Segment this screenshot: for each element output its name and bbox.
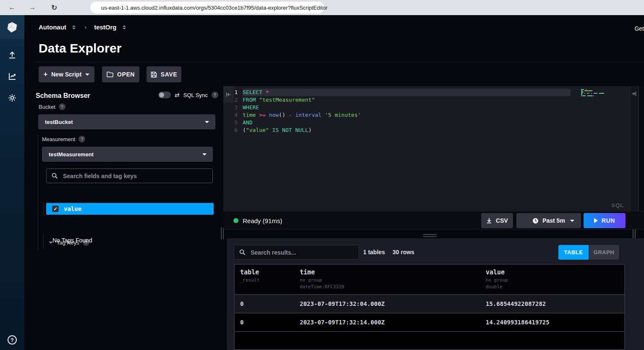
horizontal-splitter-handle[interactable] <box>423 234 437 237</box>
nav-sidebar: ? <box>0 15 24 350</box>
account-switcher[interactable]: Autonaut <box>39 24 66 31</box>
measurement-help-icon[interactable]: ? <box>79 136 85 142</box>
status-dot <box>233 218 238 223</box>
bucket-value: testBucket <box>45 119 73 125</box>
load-data-icon[interactable] <box>7 50 17 60</box>
schema-search-input[interactable] <box>63 173 212 179</box>
code-line[interactable]: 6("value" IS NOT NULL) <box>223 126 630 134</box>
title-divider <box>36 62 644 62</box>
column-header-time: timeno groupdateTime:RFC3339 <box>300 268 344 289</box>
table-cell: 0 <box>240 319 243 326</box>
results-table: table_resulttimeno groupdateTime:RFC3339… <box>234 264 625 350</box>
results-panel: 1 tables 30 rows TABLE GRAPH table_resul… <box>227 238 644 350</box>
results-table-header: table_resulttimeno groupdateTime:RFC3339… <box>235 265 624 295</box>
chevron-down-icon <box>570 220 574 222</box>
browser-forward-icon[interactable]: → <box>26 3 39 12</box>
status-text: Ready (91ms) <box>243 217 282 224</box>
collapse-right-icon[interactable] <box>631 90 636 98</box>
influxdb-logo[interactable] <box>0 15 24 39</box>
language-badge: SQL <box>611 202 624 208</box>
indent-guide <box>43 234 44 249</box>
code-line[interactable]: 5AND <box>223 119 630 126</box>
sync-arrows-icon: ⇄ <box>175 92 180 98</box>
breadcrumb-chevron-icon: › <box>85 24 86 30</box>
play-icon <box>594 218 598 223</box>
sql-sync-toggle[interactable] <box>158 92 171 98</box>
measurement-label-row: Measurement ? <box>42 136 85 142</box>
data-explorer-icon[interactable] <box>7 71 17 82</box>
code-line[interactable]: 3WHERE <box>223 104 630 111</box>
editor-right-rail <box>630 86 639 211</box>
time-range-value: Past 5m <box>542 217 565 224</box>
code-line[interactable]: 4time >= now() - interval '5 minutes' <box>223 111 630 119</box>
browser-reload-icon[interactable]: ↻ <box>48 3 60 12</box>
table-view-button[interactable]: TABLE <box>558 245 589 260</box>
table-cell: 0 <box>240 300 243 307</box>
rows-count: 30 rows <box>393 249 414 255</box>
view-toggle: TABLE GRAPH <box>558 245 619 260</box>
sql-sync-group: ⇄ SQL Sync ? <box>158 92 218 98</box>
bucket-dropdown[interactable]: testBucket <box>38 114 215 129</box>
save-label: SAVE <box>161 71 178 78</box>
chevron-down-icon <box>85 74 89 76</box>
results-search-input[interactable] <box>251 249 359 256</box>
browser-back-icon[interactable]: ← <box>6 3 18 12</box>
toolbar: + New Script OPEN SAVE <box>39 66 181 82</box>
bucket-help-icon[interactable]: ? <box>59 103 65 110</box>
download-icon <box>486 218 492 224</box>
field-item-value[interactable]: ✓value <box>46 203 214 215</box>
sql-sync-help-icon[interactable]: ? <box>212 92 218 98</box>
field-checkbox[interactable]: ✓ <box>52 205 59 212</box>
sql-sync-label: SQL Sync <box>183 92 208 98</box>
open-button[interactable]: OPEN <box>102 66 139 82</box>
time-range-dropdown[interactable]: Past 5m <box>516 213 581 228</box>
table-row: 02023-07-09T17:32:14.000Z14.240993186419… <box>235 313 624 332</box>
open-label: OPEN <box>117 71 135 78</box>
measurement-dropdown[interactable]: testMeasurement <box>42 147 213 162</box>
new-script-button[interactable]: + New Script <box>39 66 94 82</box>
clock-icon <box>532 218 539 224</box>
sql-editor[interactable]: 1SELECT *2FROM "testMeasurement"3WHERE4t… <box>223 86 644 211</box>
settings-gear-icon[interactable] <box>7 93 17 103</box>
breadcrumb: Autonaut › testOrg <box>39 24 128 31</box>
code-line[interactable]: 2FROM "testMeasurement" <box>223 96 630 104</box>
org-switcher[interactable]: testOrg <box>94 24 116 31</box>
query-status-bar: Ready (91ms) CSV Past 5m RUN <box>223 211 644 229</box>
csv-label: CSV <box>496 217 508 224</box>
column-header-value: valueno groupdouble <box>486 268 508 289</box>
no-tags-text: No Tags Found <box>52 237 92 244</box>
column-header-table: table_result <box>240 268 259 283</box>
measurement-value: testMeasurement <box>49 151 94 158</box>
help-icon[interactable]: ? <box>8 335 17 345</box>
org-switch-icon[interactable] <box>123 25 126 29</box>
folder-icon <box>107 71 113 77</box>
table-cell: 2023-07-09T17:32:04.000Z <box>300 300 385 307</box>
search-icon <box>239 249 246 255</box>
editor-edge <box>639 86 644 211</box>
editor-minimap[interactable] <box>581 89 599 97</box>
code-line[interactable]: 1SELECT * <box>223 89 630 96</box>
save-disk-icon <box>151 71 157 78</box>
schema-browser-title: Schema Browser <box>36 92 90 100</box>
get-credit-link[interactable]: Get <box>634 25 644 32</box>
browser-chrome: ← → ↻ us-east-1-1.aws.cloud2.influxdata.… <box>0 0 644 15</box>
graph-view-button[interactable]: GRAPH <box>589 245 619 260</box>
results-search <box>234 245 359 260</box>
results-table-body: 02023-07-09T17:32:04.000Z15.685449220872… <box>235 295 624 332</box>
search-icon <box>52 173 58 179</box>
url-text: us-east-1-1.aws.cloud2.influxdata.com/or… <box>101 5 327 11</box>
field-name: value <box>64 205 81 212</box>
save-button[interactable]: SAVE <box>147 66 181 82</box>
screen: ← → ↻ us-east-1-1.aws.cloud2.influxdata.… <box>0 0 644 350</box>
table-row: 02023-07-09T17:32:04.000Z15.685449220872… <box>235 295 624 313</box>
table-cell: 15.68544922087282 <box>486 300 546 307</box>
indent-guide <box>43 202 44 216</box>
run-button[interactable]: RUN <box>584 213 626 228</box>
plus-icon: + <box>44 71 47 78</box>
address-bar[interactable]: us-east-1-1.aws.cloud2.influxdata.com/or… <box>90 2 324 13</box>
chevron-down-icon <box>202 153 207 155</box>
csv-button[interactable]: CSV <box>481 213 513 228</box>
code-lines[interactable]: 1SELECT *2FROM "testMeasurement"3WHERE4t… <box>223 89 630 134</box>
account-switch-icon[interactable] <box>72 25 76 29</box>
table-cell: 14.240993186419725 <box>486 319 550 326</box>
